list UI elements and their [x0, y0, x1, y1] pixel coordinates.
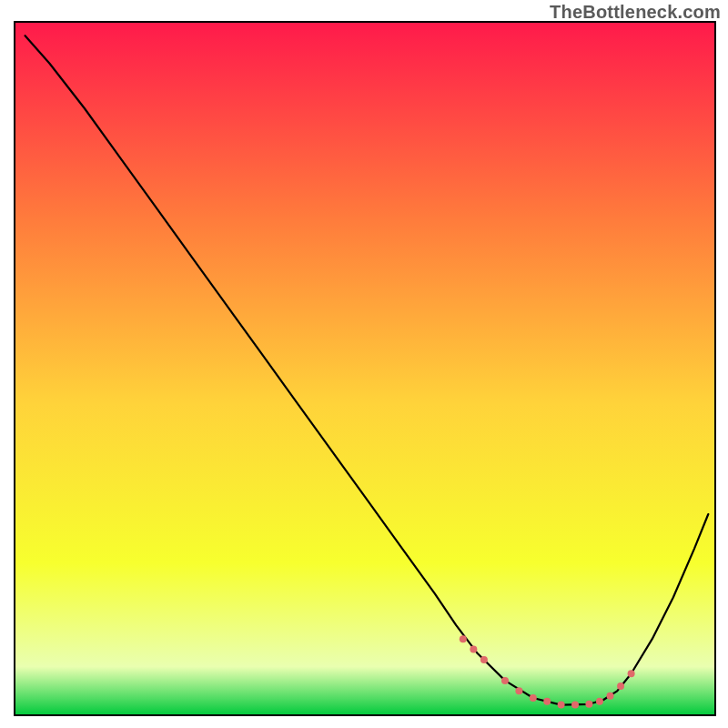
- marker-dot: [480, 656, 488, 663]
- marker-dot: [460, 635, 467, 642]
- chart-stage: TheBottleneck.com: [0, 0, 728, 728]
- marker-dot: [470, 646, 477, 653]
- marker-dot: [515, 687, 522, 694]
- marker-dot: [501, 677, 509, 684]
- marker-dot: [543, 698, 551, 705]
- marker-dot: [628, 670, 635, 677]
- marker-dot: [585, 701, 592, 708]
- marker-dot: [617, 682, 624, 690]
- marker-dot: [530, 694, 537, 702]
- marker-dot: [596, 698, 603, 705]
- plot-background: [15, 22, 715, 715]
- bottleneck-chart: [0, 0, 728, 728]
- marker-dot: [607, 693, 614, 700]
- watermark-text: TheBottleneck.com: [550, 2, 721, 23]
- marker-dot: [571, 702, 579, 709]
- marker-dot: [558, 702, 565, 709]
